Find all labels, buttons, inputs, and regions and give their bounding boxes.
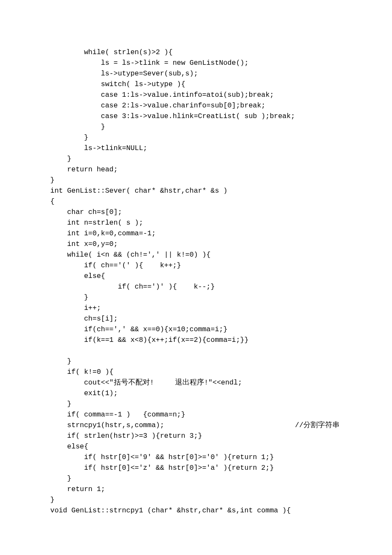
document-page: while( strlen(s)>2 ){ ls = ls->tlink = n… [0, 0, 392, 555]
code-block: while( strlen(s)>2 ){ ls = ls->tlink = n… [50, 47, 392, 516]
